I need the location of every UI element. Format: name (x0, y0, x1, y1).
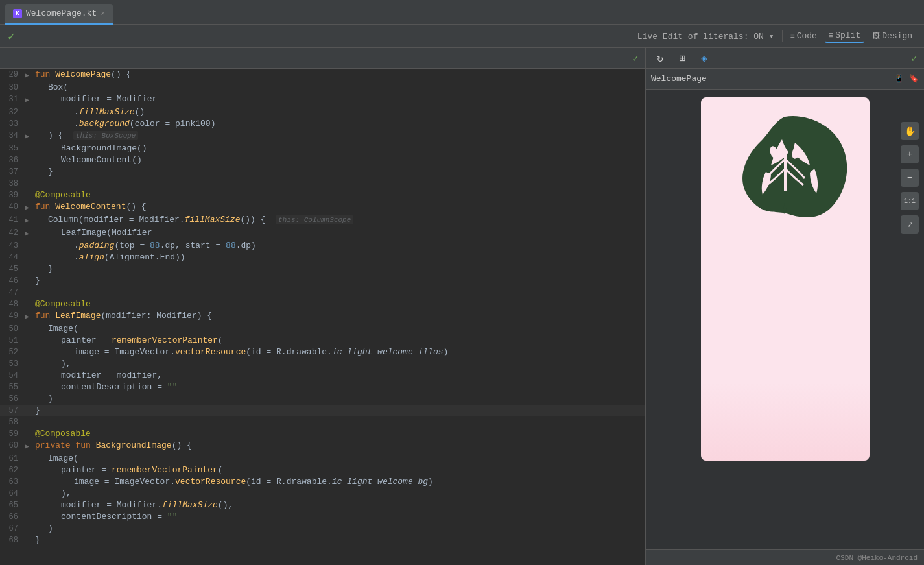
design-view-btn[interactable]: 🖼 Design (868, 30, 916, 42)
tab-label: WelcomePage.kt (26, 8, 97, 18)
code-line-content: .padding(top = 88.dp, start = 88.dp) (35, 240, 645, 252)
code-token: vectorResource (175, 477, 246, 487)
code-line-content: .fillMaxSize() (35, 106, 645, 118)
split-view-btn[interactable]: ⊞ Split (825, 29, 864, 43)
line-number: 35 (0, 143, 23, 154)
fold-button[interactable]: ▶ (23, 311, 31, 323)
fold-button[interactable]: ▶ (23, 441, 31, 453)
toolbar-separator (782, 30, 783, 42)
code-line-content: fun LeafImage(modifier: Modifier) { (35, 310, 645, 323)
preview-title-label: WelcomePage (651, 74, 889, 84)
layers-btn[interactable]: ◈ (696, 51, 712, 66)
code-btn-label: Code (797, 31, 817, 41)
code-view-btn[interactable]: ≡ Code (787, 30, 821, 42)
line-number: 65 (0, 499, 23, 511)
code-editor[interactable]: 29▶fun WelcomePage() {30Box(31▶modifier … (0, 69, 645, 565)
phone-icon-btn[interactable]: 📱 (894, 74, 904, 84)
line-number: 48 (0, 298, 23, 310)
code-line-content: modifier = Modifier.fillMaxSize(), (35, 499, 645, 511)
code-token: rememberVectorPainter (112, 465, 218, 475)
live-edit-btn[interactable]: Live Edit of literals: ON ▾ (634, 30, 778, 43)
line-number: 54 (0, 370, 23, 381)
fold-button[interactable]: ▶ (23, 215, 31, 227)
gutter-cell[interactable]: ▶ (23, 201, 35, 214)
gutter-cell[interactable]: ▶ (23, 440, 35, 453)
fold-button[interactable]: ▶ (23, 228, 31, 240)
code-token: BackgroundImage (96, 440, 172, 450)
gutter-cell (23, 252, 35, 263)
refresh-btn[interactable]: ↻ (652, 51, 668, 66)
code-token: fun (35, 202, 55, 211)
gutter-cell (23, 535, 35, 546)
aspect-ratio-btn[interactable]: 1:1 (901, 192, 919, 210)
code-token: "" (167, 512, 178, 522)
code-token: fillMaxSize (185, 215, 241, 224)
code-line-content (35, 416, 645, 428)
gutter-cell (23, 189, 35, 201)
gutter-cell[interactable]: ▶ (23, 130, 35, 143)
phone-bottom-gradient (701, 383, 870, 461)
tab-close-btn[interactable]: × (101, 10, 105, 18)
line-number: 56 (0, 393, 23, 405)
gutter-cell (23, 166, 35, 178)
fold-button[interactable]: ▶ (23, 95, 31, 106)
gutter-cell[interactable]: ▶ (23, 69, 35, 82)
code-line-content: .background(color = pink100) (35, 118, 645, 130)
bookmark-icon-btn[interactable]: 🔖 (909, 74, 919, 84)
top-toolbar: ✓ Live Edit of literals: ON ▾ ≡ Code ⊞ S… (0, 25, 924, 48)
gutter-cell[interactable]: ▶ (23, 93, 35, 106)
line-number: 47 (0, 287, 23, 298)
code-line-content: fun WelcomePage() { (35, 69, 645, 82)
code-line-content: contentDescription = "" (35, 511, 645, 523)
file-tab[interactable]: K WelcomePage.kt × (5, 4, 113, 25)
code-line-content: } (35, 166, 645, 178)
gutter-cell[interactable]: ▶ (23, 214, 35, 227)
line-number: 39 (0, 189, 23, 201)
code-line-content: painter = rememberVectorPainter( (35, 464, 645, 476)
code-line-content: LeafImage(Modifier (35, 227, 645, 240)
gutter-cell (23, 298, 35, 310)
line-number: 66 (0, 511, 23, 523)
preview-grid-btn[interactable]: ⊞ (674, 51, 690, 66)
gutter-cell[interactable]: ▶ (23, 310, 35, 323)
code-line-content: } (35, 263, 645, 275)
code-token: WelcomePage (55, 69, 111, 79)
zoom-in-btn[interactable]: + (901, 145, 919, 163)
preview-second-toolbar: ↻ ⊞ ◈ ✓ (646, 48, 924, 69)
hand-tool-btn[interactable]: ✋ (901, 122, 919, 140)
code-line-content: painter = rememberVectorPainter( (35, 335, 645, 346)
fold-button[interactable]: ▶ (23, 131, 31, 143)
line-number: 51 (0, 335, 23, 346)
line-number: 34 (0, 130, 23, 143)
code-line-content: image = ImageVector.vectorResource(id = … (35, 476, 645, 488)
line-number: 45 (0, 263, 23, 275)
gutter-cell (23, 453, 35, 464)
line-number: 61 (0, 453, 23, 464)
code-line-content: ) (35, 523, 645, 535)
fold-button[interactable]: ▶ (23, 202, 31, 214)
code-token: fun (35, 311, 55, 320)
split-icon: ⊞ (829, 30, 833, 40)
gutter-cell (23, 118, 35, 130)
gutter-cell (23, 263, 35, 275)
preview-check-icon: ✓ (911, 52, 918, 65)
gutter-cell (23, 476, 35, 488)
code-token: @Composable (35, 299, 91, 309)
gutter-cell[interactable]: ▶ (23, 227, 35, 240)
leaf-image (720, 104, 863, 246)
line-number: 60 (0, 440, 23, 453)
preview-panel: ↻ ⊞ ◈ ✓ WelcomePage 📱 🔖 (645, 48, 924, 565)
zoom-out-btn[interactable]: − (901, 169, 919, 187)
gutter-cell (23, 323, 35, 335)
code-token: WelcomeContent (55, 202, 126, 211)
code-table: 29▶fun WelcomePage() {30Box(31▶modifier … (0, 69, 645, 546)
preview-right-controls: ✋ + − 1:1 ⤢ (901, 122, 919, 234)
code-line-content: modifier = modifier, (35, 370, 645, 381)
fold-button[interactable]: ▶ (23, 70, 31, 82)
toolbar-right: Live Edit of literals: ON ▾ ≡ Code ⊞ Spl… (634, 29, 916, 43)
check-icon: ✓ (632, 52, 639, 65)
gutter-cell (23, 393, 35, 405)
gutter-cell (23, 405, 35, 416)
live-edit-label: Live Edit of literals: ON (637, 32, 764, 42)
expand-btn[interactable]: ⤢ (901, 215, 919, 234)
